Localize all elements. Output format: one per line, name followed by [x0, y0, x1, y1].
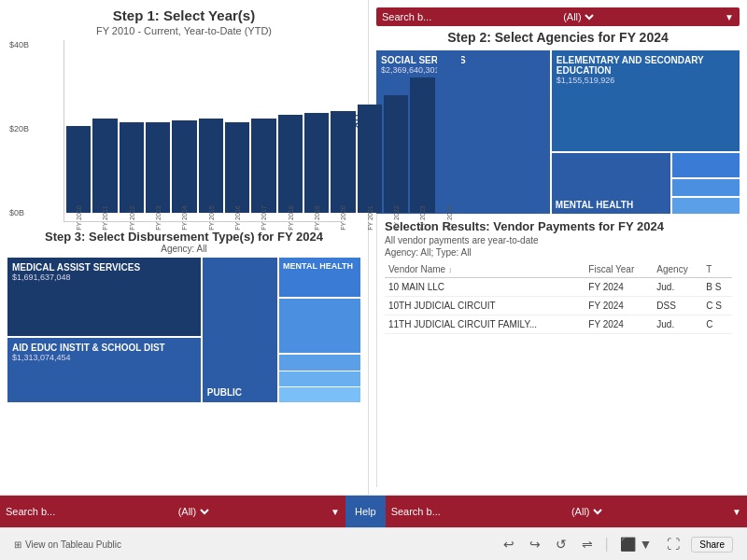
tm2-elem-education[interactable]: ELEMENTARY AND SECONDARY EDUCATION $1,15… — [552, 50, 740, 151]
undo-button[interactable]: ↩ — [500, 535, 518, 553]
fullscreen-button[interactable]: ⛶ — [663, 535, 684, 553]
col-vendor[interactable]: Vendor Name ↕ — [385, 261, 585, 278]
bar-fy2016[interactable]: FY 2016 — [225, 40, 249, 221]
tm3-mental-health[interactable]: MENTAL HEALTH — [279, 258, 360, 297]
tm3-tiny3[interactable] — [279, 387, 360, 402]
results-table: Vendor Name ↕ Fiscal Year Agency T 10 MA… — [385, 261, 732, 334]
share-button[interactable]: Share — [691, 537, 733, 553]
step3-title: Step 3: Select Disbursement Type(s) for … — [7, 230, 360, 244]
bar-fy2023[interactable]: FY 2023 — [410, 40, 434, 221]
reset-button[interactable]: ↺ — [552, 535, 571, 553]
tm3-left-column: MEDICAL ASSIST SERVICES $1,691,637,048 A… — [7, 258, 201, 402]
tableau-icon: ⊞ — [14, 539, 21, 550]
table-row[interactable]: 10TH JUDICIAL CIRCUIT FY 2024 DSS C S — [385, 297, 732, 315]
tm3-medical[interactable]: MEDICAL ASSIST SERVICES $1,691,637,048 — [7, 258, 201, 336]
download-button[interactable]: ⬛ ▼ — [616, 535, 656, 553]
step3-subtitle: Agency: All — [7, 244, 360, 254]
tm2-small-items — [672, 153, 740, 214]
tm2-small2[interactable] — [672, 179, 740, 195]
search-bar-top[interactable]: Search b... (All) ▼ — [376, 7, 740, 26]
dropdown-arrow-bottom-right: ▼ — [732, 507, 741, 517]
bar-fy2020[interactable]: FY 2020 — [331, 40, 355, 221]
agency: Jud. — [653, 278, 702, 297]
col-year[interactable]: Fiscal Year — [585, 261, 653, 278]
bar-fy2012[interactable]: FY 2012 — [120, 40, 144, 221]
tm3-public[interactable]: PUBLIC — [203, 258, 277, 402]
bar-fy2010[interactable]: FY 2010 — [66, 40, 91, 221]
vendor-name: 10TH JUDICIAL CIRCUIT — [385, 297, 585, 315]
vendor-name: 10 MAIN LLC — [385, 278, 585, 297]
type: C — [702, 315, 732, 334]
top-panels: Step 1: Select Year(s) FY 2010 - Current… — [0, 0, 747, 495]
bar-fy2017[interactable]: FY 2017 — [251, 40, 275, 221]
tm2-small1[interactable] — [672, 153, 740, 177]
tm3-tiny1[interactable] — [279, 355, 360, 370]
bottom-bar: Search b... (All) ▼ Help Search b... (Al… — [0, 495, 747, 527]
search-bottom-left-label: Search b... — [6, 506, 55, 517]
tm2-right-col: ELEMENTARY AND SECONDARY EDUCATION $1,15… — [552, 50, 740, 214]
bar-fy2022[interactable]: FY 2022 — [384, 40, 408, 221]
results-section: Selection Results: Vendor Payments for F… — [376, 214, 740, 487]
help-button[interactable]: Help — [345, 496, 386, 527]
step1-subtitle: FY 2010 - Current, Year-to-Date (YTD) — [7, 25, 360, 36]
tm3-tiny-items — [279, 355, 360, 402]
fiscal-year: FY 2024 — [585, 297, 653, 315]
results-subtitle: All vendor payments are year-to-date — [385, 235, 732, 245]
search-top-label: Search b... — [382, 11, 431, 22]
fiscal-year: FY 2024 — [585, 315, 653, 334]
table-row[interactable]: 10 MAIN LLC FY 2024 Jud. B S — [385, 278, 732, 297]
search-bar-bottom-right[interactable]: Search b... (All) ▼ — [386, 496, 747, 527]
tm3-item3[interactable] — [279, 299, 360, 354]
main-container: Step 1: Select Year(s) FY 2010 - Current… — [0, 0, 747, 560]
tm3-tiny2[interactable] — [279, 371, 360, 386]
y-axis: $40B $20B $0B — [9, 40, 29, 217]
nav-controls: ↩ ↪ ↺ ⇌ | ⬛ ▼ ⛶ Share — [500, 535, 733, 553]
step3-container: Step 3: Select Disbursement Type(s) for … — [7, 230, 360, 402]
bar-fy2021[interactable]: FY 2021 — [358, 40, 382, 221]
vendor-name: 11TH JUDICIAL CIRCUIT FAMILY... — [385, 315, 585, 334]
nav-divider: | — [604, 536, 608, 553]
type: B S — [702, 278, 732, 297]
left-panel: Step 1: Select Year(s) FY 2010 - Current… — [0, 0, 369, 495]
col-type[interactable]: T — [702, 261, 732, 278]
search-bottom-left-select[interactable]: (All) — [175, 505, 212, 518]
type: C S — [702, 297, 732, 315]
step1-title: Step 1: Select Year(s) — [7, 7, 360, 23]
y-top: $40B — [9, 40, 29, 49]
tm3-aid-educ[interactable]: AID EDUC INSTIT & SCHOOL DIST $1,313,074… — [7, 338, 201, 402]
search-bottom-right-select[interactable]: (All) — [568, 505, 605, 518]
bar-fy2014[interactable]: FY 2014 — [172, 40, 196, 221]
tm2-small3[interactable] — [672, 198, 740, 214]
col-agency[interactable]: Agency — [653, 261, 702, 278]
search-top-select[interactable]: (All) — [559, 10, 597, 23]
results-subtitle2: Agency: All; Type: All — [385, 247, 732, 258]
step3-treemap[interactable]: MEDICAL ASSIST SERVICES $1,691,637,048 A… — [7, 258, 360, 402]
tableau-logo[interactable]: ⊞ View on Tableau Public — [14, 539, 121, 550]
pause-button[interactable]: ⇌ — [578, 535, 597, 553]
view-on-tableau-label: View on Tableau Public — [25, 539, 121, 550]
tm2-mental-health[interactable]: MENTAL HEALTH — [552, 153, 671, 214]
redo-button[interactable]: ↪ — [526, 535, 544, 553]
footer: ⊞ View on Tableau Public ↩ ↪ ↺ ⇌ | ⬛ ▼ ⛶… — [0, 527, 747, 560]
tm2-bottom-row: MENTAL HEALTH — [552, 153, 740, 214]
agency: Jud. — [653, 315, 702, 334]
dropdown-arrow-bottom-left: ▼ — [331, 507, 340, 517]
bar-fy2018[interactable]: FY 2018 — [278, 40, 303, 221]
tm3-sub-column: MENTAL HEALTH — [279, 258, 360, 402]
bar-fy2015[interactable]: FY 2015 — [199, 40, 223, 221]
fiscal-year: FY 2024 — [585, 278, 653, 297]
ytd-label: YTD — [354, 113, 362, 128]
table-row[interactable]: 11TH JUDICIAL CIRCUIT FAMILY... FY 2024 … — [385, 315, 732, 334]
agency: DSS — [653, 297, 702, 315]
bar-chart[interactable]: FY 2010 FY 2011 FY 2012 FY 2013 FY 2014 … — [63, 40, 344, 222]
dropdown-arrow-top: ▼ — [725, 12, 734, 22]
bar-fy2019[interactable]: FY 2019 — [304, 40, 329, 221]
bar-fy2013[interactable]: FY 2013 — [146, 40, 170, 221]
y-mid: $20B — [9, 124, 29, 133]
results-title: Selection Results: Vendor Payments for F… — [385, 219, 732, 233]
y-bottom: $0B — [9, 208, 29, 217]
tm3-right-column: PUBLIC MENTAL HEALTH — [203, 258, 360, 402]
bar-fy2011[interactable]: FY 2011 — [92, 40, 117, 221]
bar-fy2024[interactable]: FY 2024 — [437, 40, 461, 221]
search-bar-bottom-left[interactable]: Search b... (All) ▼ — [0, 496, 345, 527]
